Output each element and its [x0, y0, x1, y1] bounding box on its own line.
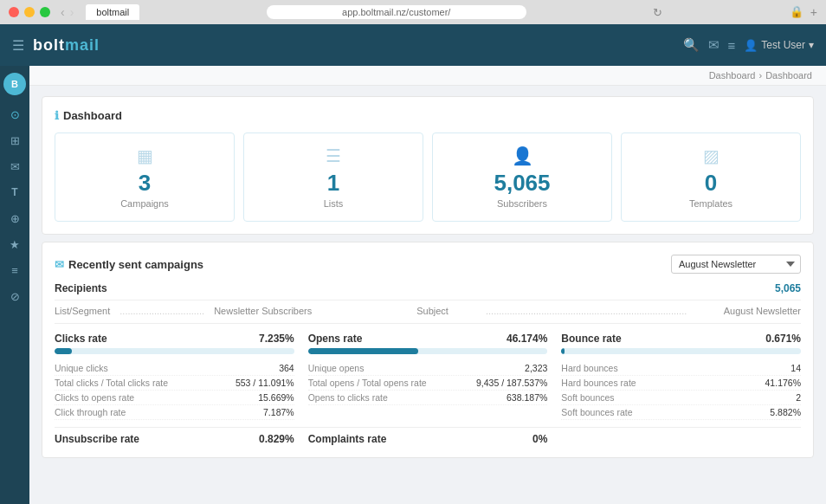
bounce-detail-1: Hard bounces 14: [561, 361, 801, 376]
bounce-detail-2: Hard bounces rate 41.176%: [561, 376, 801, 391]
subscribers-label: Subscribers: [442, 198, 603, 209]
clicks-rate-col: Clicks rate 7.235% Unique clicks 364: [55, 333, 294, 420]
subscribers-icon: 👤: [442, 145, 603, 166]
recently-sent-section: ✉ Recently sent campaigns August Newslet…: [42, 242, 814, 458]
opens-detail-1: Unique opens 2,323: [308, 361, 548, 376]
user-menu[interactable]: 👤 Test User ▾: [744, 39, 814, 52]
bounce-rate-value: 0.671%: [765, 333, 801, 345]
stat-card-subscribers: 👤 5,065 Subscribers: [432, 132, 612, 222]
complaints-value: 0%: [532, 433, 547, 445]
dashboard-section: ℹ Dashboard ▦ 3 Campaigns ☰ 1: [42, 96, 814, 235]
recipients-row: Recipients 5,065: [55, 282, 801, 300]
list-segment: List/Segment ...........................…: [55, 306, 312, 316]
opens-detail-2: Total opens / Total opens rate 9,435 / 1…: [308, 376, 548, 391]
opens-progress-fill: [308, 348, 419, 354]
meta-row: List/Segment ...........................…: [55, 306, 801, 324]
dropdown-icon: ▾: [809, 39, 814, 51]
sidebar-toggle[interactable]: ☰: [12, 37, 24, 54]
refresh-icon[interactable]: ↻: [653, 6, 662, 19]
clicks-detail-4: Click through rate 7.187%: [55, 405, 294, 420]
main-content: Dashboard › Dashboard ℹ Dashboard ▦ 3: [29, 66, 826, 504]
sidebar-item-templates[interactable]: T: [3, 180, 27, 204]
bounce-rate-label: Bounce rate: [561, 333, 621, 345]
sidebar-item-list[interactable]: ≡: [3, 258, 27, 282]
sidebar-item-grid[interactable]: ⊞: [3, 128, 27, 152]
email-icon: ✉: [55, 258, 64, 271]
stat-card-lists: ☰ 1 Lists: [243, 132, 423, 222]
unsubscribe-value: 0.829%: [259, 433, 294, 445]
complaints-label: Complaints rate: [308, 433, 387, 445]
recent-title: ✉ Recently sent campaigns: [55, 258, 203, 271]
campaigns-icon: ▦: [64, 145, 225, 166]
close-button[interactable]: [9, 7, 19, 17]
new-tab-icon[interactable]: +: [810, 5, 817, 19]
opens-rate-label: Opens rate: [308, 333, 363, 345]
user-icon: 👤: [744, 39, 758, 52]
bottom-rates: Unsubscribe rate 0.829% Complaints rate …: [55, 427, 801, 445]
bounce-rate-col: Bounce rate 0.671% Hard bounces 14: [561, 333, 801, 420]
clicks-progress-fill: [55, 348, 72, 354]
back-button[interactable]: ‹: [61, 5, 65, 19]
minimize-button[interactable]: [24, 7, 35, 17]
complaints-rate-col: Complaints rate 0%: [308, 433, 548, 445]
clicks-rate-value: 7.235%: [259, 333, 294, 345]
stat-card-templates: ▨ 0 Templates: [621, 132, 801, 222]
extension-icon[interactable]: 🔒: [790, 5, 803, 19]
info-icon: ℹ: [55, 109, 59, 122]
templates-icon: ▨: [630, 145, 791, 166]
rates-grid: Clicks rate 7.235% Unique clicks 364: [55, 333, 801, 420]
stat-cards-container: ▦ 3 Campaigns ☰ 1 Lists 👤: [55, 132, 801, 222]
unsubscribe-rate-col: Unsubscribe rate 0.829%: [55, 433, 294, 445]
recipients-count: 5,065: [775, 282, 801, 294]
sidebar-item-globe[interactable]: ⊕: [3, 206, 27, 230]
recipients-label: Recipients: [55, 282, 107, 294]
clicks-rate-label: Clicks rate: [55, 333, 107, 345]
lists-label: Lists: [253, 198, 414, 209]
stat-card-campaigns: ▦ 3 Campaigns: [55, 132, 235, 222]
mail-icon[interactable]: ✉: [708, 37, 720, 53]
bounce-detail-3: Soft bounces 2: [561, 391, 801, 405]
opens-rate-col: Opens rate 46.174% Unique opens 2,323: [308, 333, 548, 420]
campaigns-label: Campaigns: [64, 198, 225, 209]
forward-button[interactable]: ›: [70, 5, 74, 19]
bounce-progress-bg: [561, 348, 801, 354]
browser-tab: boltmail: [86, 4, 139, 20]
clicks-detail-2: Total clicks / Total clicks rate 553 / 1…: [55, 376, 294, 391]
empty-col: [561, 433, 801, 445]
maximize-button[interactable]: [40, 7, 50, 17]
lists-icon: ☰: [253, 145, 414, 166]
templates-label: Templates: [630, 198, 791, 209]
recent-header: ✉ Recently sent campaigns August Newslet…: [55, 255, 801, 274]
breadcrumb: Dashboard › Dashboard: [29, 66, 826, 86]
sidebar-item-settings[interactable]: ⊘: [3, 284, 27, 308]
bounce-progress-fill: [561, 348, 565, 354]
clicks-detail-3: Clicks to opens rate 15.669%: [55, 391, 294, 405]
clicks-detail-1: Unique clicks 364: [55, 361, 294, 376]
sidebar-item-home[interactable]: ⊙: [3, 102, 27, 126]
campaigns-number: 3: [64, 170, 225, 197]
dashboard-title: ℹ Dashboard: [55, 109, 801, 122]
url-bar[interactable]: app.boltmail.nz/customer/: [267, 5, 526, 19]
opens-detail-3: Opens to clicks rate 638.187%: [308, 391, 548, 405]
subject: Subject ................................…: [416, 306, 801, 316]
templates-number: 0: [630, 170, 791, 197]
lists-number: 1: [253, 170, 414, 197]
clicks-progress-bg: [55, 348, 294, 354]
campaign-select[interactable]: August Newsletter July Newsletter: [671, 255, 801, 274]
opens-progress-bg: [308, 348, 548, 354]
search-icon[interactable]: 🔍: [683, 37, 700, 53]
sidebar-item-email[interactable]: ✉: [3, 154, 27, 178]
sidebar-item-star[interactable]: ★: [3, 232, 27, 256]
opens-rate-value: 46.174%: [507, 333, 547, 345]
menu-icon[interactable]: ≡: [728, 38, 736, 53]
sidebar-logo: B: [3, 73, 26, 95]
app-logo: boltmail: [33, 36, 100, 55]
unsubscribe-label: Unsubscribe rate: [55, 433, 139, 445]
subscribers-number: 5,065: [442, 170, 603, 197]
bounce-detail-4: Soft bounces rate 5.882%: [561, 405, 801, 420]
